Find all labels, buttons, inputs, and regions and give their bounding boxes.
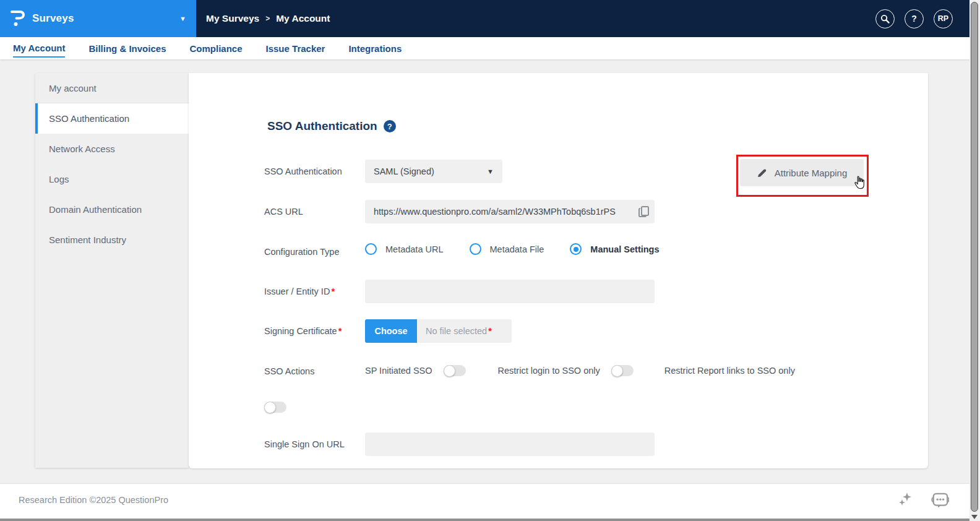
restrict-login-label: Restrict login to SSO only — [498, 366, 600, 376]
footer: Research Edition ©2025 QuestionPro — [0, 483, 980, 519]
radio-metadata-url-label[interactable]: Metadata URL — [385, 244, 444, 254]
breadcrumb-separator-icon: > — [265, 14, 270, 23]
tab-my-account[interactable]: My Account — [13, 39, 65, 58]
radio-metadata-file-label[interactable]: Metadata File — [490, 244, 544, 254]
attribute-mapping-button[interactable]: Attribute Mapping — [740, 159, 864, 186]
sso-actions-row: SP Initiated SSO Restrict login to SSO o… — [365, 365, 795, 376]
pencil-icon — [757, 168, 767, 178]
help-icon: ? — [911, 14, 917, 24]
tab-issue-tracker[interactable]: Issue Tracker — [266, 40, 325, 57]
search-button[interactable] — [875, 9, 895, 28]
issuer-label-text: Issuer / Entity ID — [264, 286, 330, 296]
restrict-report-label: Restrict Report links to SSO only — [664, 366, 795, 376]
tab-billing-invoices[interactable]: Billing & Invoices — [88, 40, 166, 57]
acs-url-value: https://www.questionpro.com/a/saml2/W33M… — [374, 207, 616, 217]
attribute-mapping-label: Attribute Mapping — [775, 168, 848, 178]
radio-manual-settings-label[interactable]: Manual Settings — [590, 244, 659, 254]
sso-auth-selected-value: SAML (Signed) — [374, 166, 434, 176]
sidebar-item-my-account[interactable]: My account — [35, 73, 189, 103]
sso-url-label: Single Sign On URL — [264, 439, 345, 449]
config-type-label: Configuration Type — [264, 247, 339, 257]
sso-auth-label: SSO Authentication — [264, 166, 342, 176]
search-icon — [880, 14, 890, 24]
breadcrumb-current: My Account — [276, 13, 330, 24]
sidebar-item-logs[interactable]: Logs — [35, 164, 189, 194]
breadcrumb-parent[interactable]: My Surveys — [206, 13, 259, 24]
sso-actions-label: SSO Actions — [264, 366, 314, 376]
restrict-report-toggle[interactable] — [264, 402, 286, 413]
acs-url-label: ACS URL — [264, 207, 303, 217]
file-status-text: No file selected — [426, 326, 487, 336]
chevron-down-icon: ▼ — [179, 15, 186, 22]
restrict-login-toggle[interactable] — [611, 365, 634, 376]
copy-icon[interactable] — [637, 205, 651, 218]
product-switcher[interactable]: Surveys ▼ — [0, 0, 196, 37]
toggle-knob — [264, 402, 276, 413]
toggle-knob — [444, 365, 455, 377]
scrollbar-down-arrow-icon[interactable] — [971, 515, 978, 519]
secondary-nav: My Account Billing & Invoices Compliance… — [0, 37, 980, 59]
hand-cursor-icon — [853, 175, 866, 190]
settings-sidebar: My account SSO Authentication Network Ac… — [35, 73, 189, 468]
toggle-knob — [611, 365, 623, 377]
radio-metadata-url[interactable] — [365, 243, 377, 255]
chat-bot-icon[interactable] — [931, 491, 949, 510]
scrollbar-thumb[interactable] — [971, 2, 978, 512]
choose-file-button[interactable]: Choose — [365, 319, 417, 343]
select-caret-icon: ▼ — [487, 168, 494, 175]
top-bar: Surveys ▼ My Surveys > My Account ? RP — [0, 0, 980, 37]
footer-edition-text: Research Edition ©2025 QuestionPro — [19, 495, 168, 505]
file-status-field: No file selected* — [417, 319, 512, 343]
sp-initiated-label: SP Initiated SSO — [365, 366, 432, 376]
window-bottom-edge — [0, 519, 980, 521]
radio-metadata-file[interactable] — [470, 243, 481, 255]
config-type-radio-group: Metadata URL Metadata File Manual Settin… — [365, 243, 677, 255]
tab-integrations[interactable]: Integrations — [348, 40, 402, 57]
sidebar-item-sentiment-industry[interactable]: Sentiment Industry — [35, 225, 189, 255]
tab-compliance[interactable]: Compliance — [189, 40, 242, 57]
avatar-initials: RP — [938, 14, 948, 23]
required-asterisk: * — [488, 326, 492, 336]
issuer-label: Issuer / Entity ID* — [264, 286, 335, 296]
page-title: SSO Authentication ? — [267, 119, 396, 133]
signing-cert-label-text: Signing Certificate — [264, 326, 337, 336]
radio-manual-settings[interactable] — [570, 243, 582, 255]
acs-url-field: https://www.questionpro.com/a/saml2/W33M… — [365, 200, 655, 223]
sidebar-item-domain-authentication[interactable]: Domain Authentication — [35, 194, 189, 225]
sso-url-input[interactable] — [365, 433, 655, 456]
title-help-icon[interactable]: ? — [384, 120, 396, 132]
issuer-input[interactable] — [365, 280, 655, 303]
help-button[interactable]: ? — [905, 9, 924, 28]
sparkles-icon[interactable] — [896, 491, 914, 510]
page-title-text: SSO Authentication — [267, 119, 377, 133]
signing-cert-label: Signing Certificate* — [264, 326, 342, 336]
breadcrumb: My Surveys > My Account — [206, 0, 330, 37]
required-asterisk: * — [338, 326, 342, 336]
avatar[interactable]: RP — [934, 9, 953, 28]
app-name: Surveys — [32, 12, 74, 25]
sso-settings-panel: SSO Authentication ? SSO Authentication … — [189, 73, 928, 468]
required-asterisk: * — [331, 286, 335, 296]
sso-auth-select[interactable]: SAML (Signed) ▼ — [365, 160, 502, 183]
questionpro-logo-icon — [10, 9, 26, 28]
vertical-scrollbar[interactable] — [969, 0, 980, 521]
sidebar-item-network-access[interactable]: Network Access — [35, 134, 189, 164]
sidebar-item-sso-authentication[interactable]: SSO Authentication — [35, 103, 189, 134]
sp-initiated-toggle[interactable] — [444, 365, 466, 376]
